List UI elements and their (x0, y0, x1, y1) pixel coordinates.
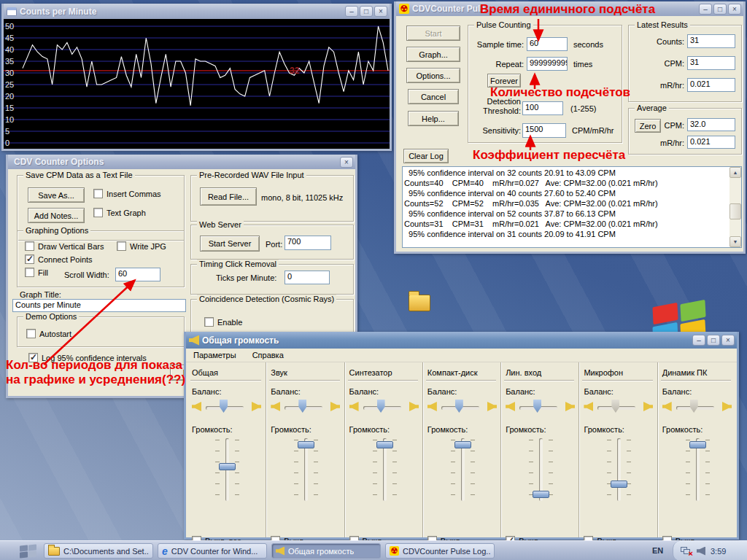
taskbar-item-explorer[interactable]: C:\Documents and Set... (44, 543, 153, 559)
start-server-button[interactable]: Start Server (200, 236, 260, 252)
options-button[interactable]: Options... (406, 68, 460, 83)
save-as-button[interactable]: Save As... (28, 187, 85, 203)
sensitivity-label: Sensitivity: (471, 126, 521, 135)
read-file-button[interactable]: Read File... (200, 187, 257, 206)
volume-track[interactable] (617, 438, 621, 501)
balance-slider[interactable] (533, 400, 541, 413)
taskbar-item-pulse-log[interactable]: ☢ CDVCounter Pulse Log... (385, 543, 495, 559)
minimize-icon[interactable]: – (699, 4, 712, 15)
mixer-titlebar[interactable]: Общая громкость – □ × (186, 332, 737, 349)
graph-button[interactable]: Graph... (406, 47, 460, 62)
close-icon[interactable]: × (340, 157, 353, 168)
balance-label: Баланс: (584, 387, 614, 396)
autostart-checkbox[interactable] (26, 329, 36, 338)
menu-parameters[interactable]: Параметры (193, 351, 236, 362)
group-label: Save CPM Data as a Text File (23, 171, 135, 179)
system-tray: EN × 3:59 (649, 541, 747, 560)
scrollbar-thumb[interactable] (729, 203, 741, 219)
zero-button[interactable]: Zero (635, 119, 661, 133)
balance-slider[interactable] (377, 400, 385, 413)
maximize-icon[interactable]: □ (360, 6, 373, 17)
volume-slider[interactable] (533, 491, 549, 498)
volume-label: Громкость: (506, 425, 546, 434)
clear-log-button[interactable]: Clear Log (403, 149, 449, 163)
start-button[interactable]: Start (406, 26, 460, 41)
volume-slider[interactable] (611, 481, 627, 488)
balance-slider[interactable] (220, 400, 228, 413)
speaker-left-icon (662, 402, 672, 411)
add-notes-button[interactable]: Add Notes... (28, 208, 85, 223)
start-windows-logo-icon[interactable] (19, 544, 38, 559)
repeat-field[interactable]: 999999999 (527, 57, 568, 71)
minimize-icon[interactable]: – (345, 6, 358, 17)
volume-slider-area (522, 438, 560, 502)
maximize-icon[interactable]: □ (713, 4, 727, 15)
chart-window-title: Counts per Minute (20, 7, 345, 17)
graph-title-field[interactable]: Counts per Minute (12, 299, 186, 312)
minimize-icon[interactable]: – (692, 335, 705, 346)
volume-slider[interactable] (689, 441, 706, 448)
language-indicator[interactable]: EN (652, 546, 663, 555)
scroll-down-icon[interactable]: ▼ (729, 236, 741, 247)
cancel-button[interactable]: Cancel (408, 89, 459, 104)
avg-mrhr-label: mR/hr: (654, 139, 684, 147)
mixer-channel: Звук Баланс: Громкость: Выкл. Настройка (266, 362, 344, 537)
port-field[interactable]: 700 (285, 236, 331, 250)
window-icon (7, 7, 17, 16)
balance-slider[interactable] (611, 400, 619, 413)
help-button[interactable]: Help... (408, 111, 459, 126)
volume-slider[interactable] (454, 441, 471, 448)
draw-vertical-bars-label: Draw Vertical Bars (38, 242, 104, 251)
tick-marks (705, 440, 710, 498)
sensitivity-field[interactable]: 1500 (522, 123, 566, 138)
speaker-right-icon (252, 402, 261, 411)
balance-slider[interactable] (690, 400, 698, 413)
tick-marks (549, 440, 553, 498)
taskbar-item-volume[interactable]: Общая громкость (271, 543, 381, 559)
volume-slider[interactable] (219, 463, 236, 470)
threshold-field[interactable]: 100 (522, 101, 563, 115)
speaker-left-icon (506, 402, 515, 411)
close-icon[interactable]: × (728, 4, 741, 15)
times-label: times (573, 60, 592, 69)
desktop-folder-icon[interactable] (409, 295, 430, 311)
divider (348, 380, 418, 381)
menu-help[interactable]: Справка (252, 351, 284, 362)
channel-label: Синтезатор (349, 368, 392, 377)
mrhr-label: mR/hr: (632, 81, 684, 90)
log-scrollbar[interactable]: ▲ ▼ (729, 167, 741, 247)
group-label: Graphing Options (23, 226, 90, 235)
sample-time-field[interactable]: 60 (527, 37, 568, 51)
text-graph-checkbox[interactable] (93, 208, 103, 217)
chart-titlebar[interactable]: Counts per Minute – □ × (4, 4, 390, 19)
scroll-width-field[interactable]: 60 (115, 268, 160, 281)
taskbar-item-cdv-counter[interactable]: e CDV Counter for Wind... (158, 543, 267, 559)
speaker-left-icon (271, 402, 280, 411)
demo-options-group: Demo Options Autostart (17, 316, 185, 347)
options-titlebar[interactable]: CDV Counter Options × (8, 155, 355, 169)
enable-checkbox[interactable] (204, 317, 214, 327)
maximize-icon[interactable]: □ (707, 335, 720, 346)
tick-marks (471, 440, 475, 498)
close-icon[interactable]: × (721, 335, 735, 346)
channel-label: Микрофон (584, 368, 623, 377)
group-label: Average (635, 104, 669, 112)
balance-slider[interactable] (455, 400, 463, 413)
scroll-up-icon[interactable]: ▲ (729, 167, 741, 178)
connect-points-checkbox[interactable] (25, 254, 34, 264)
ticks-per-minute-field[interactable]: 0 (285, 271, 330, 284)
group-label: Demo Options (23, 312, 79, 321)
close-icon[interactable]: × (374, 6, 387, 17)
volume-slider[interactable] (376, 441, 393, 448)
log-box[interactable]: 95% confidence interval on 32 counts 20.… (402, 166, 742, 248)
fill-checkbox[interactable] (25, 268, 34, 277)
volume-slider[interactable] (298, 441, 314, 448)
radiation-icon: ☢ (390, 546, 399, 556)
write-jpg-checkbox[interactable] (117, 241, 126, 251)
cpm-label: CPM: (632, 59, 684, 68)
balance-slider[interactable] (298, 400, 306, 413)
network-disconnected-icon[interactable]: × (681, 547, 692, 556)
insert-commas-checkbox[interactable] (93, 189, 103, 198)
draw-vertical-bars-checkbox[interactable] (25, 241, 34, 251)
volume-tray-icon[interactable] (697, 547, 705, 556)
